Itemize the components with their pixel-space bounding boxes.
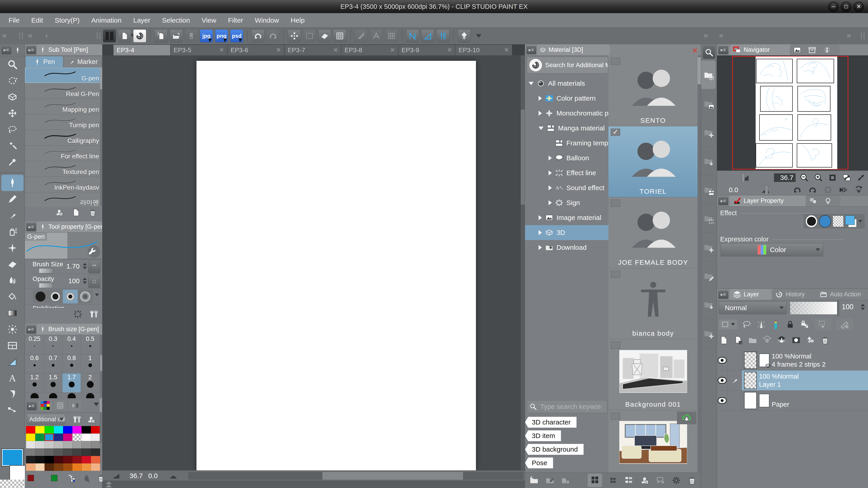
color-swatch-1-4[interactable] (63, 433, 72, 441)
sub-tool-group-marker[interactable]: Marker (64, 56, 102, 68)
advanced-settings-wrench-icon[interactable] (89, 309, 99, 319)
color-swatch-5-0[interactable] (26, 463, 35, 471)
color-swatch-1-6[interactable] (82, 433, 91, 441)
delete-subtool-icon[interactable] (88, 208, 97, 217)
color-grid-scrollbar[interactable] (100, 398, 102, 443)
close-tab-icon[interactable]: ✕ (390, 46, 395, 54)
pen-list-scrollbar[interactable] (100, 68, 102, 206)
layer-row-paper[interactable]: Paper (717, 391, 868, 411)
gradient-material-button[interactable] (458, 29, 471, 42)
object-tool[interactable] (0, 89, 25, 105)
screen-share-tool-button[interactable] (118, 29, 131, 42)
pen-item-textured-pen[interactable]: Textured pen (25, 161, 102, 177)
tree-item-manga-material[interactable]: Manga material (525, 121, 609, 136)
thumbnail-large-view-button[interactable] (588, 474, 602, 487)
material-checkbox[interactable] (611, 413, 620, 420)
fit-to-page-icon[interactable] (841, 172, 852, 183)
canvas-zoom-value[interactable]: 36.7 (127, 472, 145, 480)
rightpanels-grip[interactable] (861, 32, 864, 39)
material-checkbox[interactable] (611, 200, 620, 207)
navigator-menu-icon[interactable]: ▸≡ (718, 46, 728, 54)
close-button[interactable]: ✕ (854, 2, 864, 12)
flip-horizontal-icon[interactable] (837, 185, 849, 195)
brush-size-0-25[interactable]: 0.25 (25, 335, 44, 354)
brush-size-0-7[interactable]: 0.7 (44, 354, 62, 373)
anti-aliasing-none[interactable] (33, 290, 48, 303)
layer-mask-light-icon[interactable] (756, 319, 766, 329)
menu-filter[interactable]: Filter (222, 13, 249, 27)
expression-color-select[interactable]: Color (721, 243, 823, 256)
lock-layer-icon[interactable] (785, 319, 795, 329)
folder-download-2-button[interactable] (701, 290, 716, 319)
balloon-tool[interactable] (0, 386, 25, 402)
folder-pattern-button[interactable] (701, 319, 716, 348)
redo-button[interactable] (267, 29, 280, 42)
color-swatch-3-1[interactable] (35, 449, 44, 456)
document-tab-ep3-7[interactable]: EP3-7✕ (284, 45, 341, 55)
folder-color-pattern-button[interactable] (701, 233, 716, 262)
material-checkbox[interactable] (611, 58, 620, 65)
tree-item-image-material[interactable]: Image material (525, 210, 609, 225)
toolbar-overflow-icon[interactable] (476, 34, 482, 38)
workspace-toggle-button[interactable] (103, 29, 116, 42)
layer-visibility-cell[interactable] (717, 370, 727, 390)
foreground-color-swatch[interactable] (2, 449, 23, 466)
material-item-background-001[interactable]: Background 001 (609, 339, 698, 410)
layer-visibility-cell[interactable] (717, 350, 727, 370)
tree-item-sign[interactable]: Sign (525, 195, 609, 210)
decoration-tool[interactable] (0, 240, 25, 256)
material-checkbox[interactable] (611, 270, 620, 278)
tool-settings-wrench-icon[interactable] (88, 245, 100, 258)
canvas-horizontal-scrollbar[interactable] (188, 472, 523, 480)
brush-size-stepper[interactable] (83, 263, 87, 269)
tool-property-tab[interactable]: Tool property [G-pen] (37, 221, 102, 232)
tree-right-arrow-icon[interactable] (549, 170, 552, 175)
color-swatch-3-6[interactable] (82, 449, 91, 456)
reset-display-icon[interactable] (822, 185, 834, 195)
brush-size-1[interactable]: 1 (81, 354, 99, 373)
tab-history[interactable]: History (772, 289, 821, 300)
create-layer-mask-icon[interactable] (791, 335, 801, 345)
thumbnail-small-view-icon[interactable] (608, 475, 618, 485)
tab-auto-action[interactable]: Auto Action (816, 289, 868, 300)
color-set-clipboard-icon[interactable] (86, 415, 96, 424)
zoom-in-icon[interactable] (813, 172, 824, 183)
color-swatch-1-3[interactable] (54, 433, 63, 441)
color-swatch-0-7[interactable] (91, 426, 100, 433)
new-material-folder-icon[interactable] (529, 475, 539, 485)
quick-search-materials-icon[interactable] (703, 46, 715, 59)
collapse-leftpanels-icon[interactable]: « (28, 31, 32, 39)
color-swatch-5-7[interactable] (91, 463, 100, 471)
folder-edit-button[interactable] (701, 262, 716, 290)
new-layer-folder-icon[interactable] (748, 335, 758, 345)
document-tab-ep3-10[interactable]: EP3-10✕ (455, 45, 513, 55)
new-vector-layer-icon[interactable] (733, 335, 743, 345)
material-item-joe-female-body[interactable]: JOE FEMALE BODY (609, 197, 698, 268)
color-swatch-0-6[interactable] (82, 426, 91, 433)
anti-aliasing-weak[interactable] (48, 290, 63, 303)
tag-3d-item[interactable]: 3D item (525, 430, 561, 441)
material-checkbox[interactable] (611, 341, 620, 349)
material-search-box[interactable] (527, 400, 607, 413)
color-swatch-0-5[interactable] (72, 426, 82, 433)
tag-3d-character[interactable]: 3D character (525, 417, 577, 428)
folder-3d-button[interactable] (701, 61, 716, 89)
add-color-to-set-icon[interactable] (67, 474, 76, 483)
material-settings-gear-icon[interactable] (671, 475, 681, 485)
brush-size-scrollbar[interactable] (100, 335, 102, 397)
pencil-tool[interactable] (0, 191, 25, 207)
tree-right-arrow-icon[interactable] (538, 215, 542, 220)
eye-icon[interactable] (718, 377, 727, 384)
border-effect-button[interactable] (806, 216, 817, 227)
ruler-tool[interactable] (0, 354, 25, 370)
material-item-bianca-body[interactable]: bianca body (609, 268, 698, 339)
folder-monochromatic-pattern-button[interactable] (701, 118, 716, 147)
color-set-overflow-icon[interactable] (94, 402, 99, 406)
eyedropper-tool[interactable] (0, 154, 25, 170)
navigator-rotation-slider[interactable] (744, 185, 788, 194)
tree-item-all-materials[interactable]: All materials (525, 76, 609, 91)
material-tab[interactable]: Material [3D] (537, 44, 610, 55)
zoom-tool[interactable] (0, 56, 25, 72)
tree-right-arrow-icon[interactable] (538, 111, 542, 116)
mesh-transform-button[interactable] (333, 29, 346, 42)
